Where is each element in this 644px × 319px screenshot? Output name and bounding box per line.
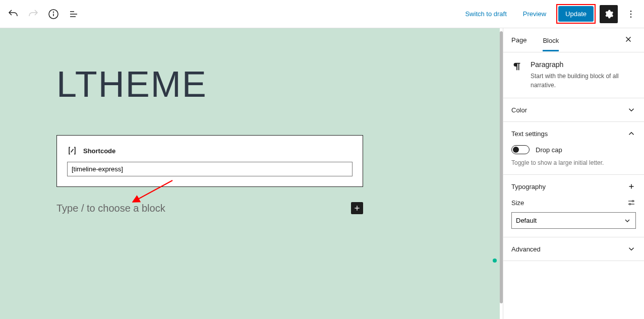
update-button[interactable]: Update (558, 6, 594, 22)
panel-advanced: Advanced (503, 237, 644, 261)
toolbar-left (4, 5, 83, 23)
undo-icon (7, 8, 19, 20)
add-block-button[interactable] (351, 202, 363, 214)
svg-point-6 (630, 10, 632, 12)
gear-icon (604, 9, 614, 19)
redo-button[interactable] (24, 5, 42, 23)
block-info: Paragraph Start with the building block … (503, 52, 644, 98)
plus-icon (353, 204, 361, 212)
outline-button[interactable] (65, 5, 83, 23)
panel-text-label: Text settings (511, 130, 548, 138)
size-select[interactable]: Default (511, 212, 636, 229)
block-placeholder[interactable]: Type / to choose a block (56, 203, 351, 214)
more-options-button[interactable] (622, 5, 640, 23)
panel-typography-header[interactable]: Typography (503, 175, 644, 198)
close-icon (624, 35, 633, 44)
shortcode-label: Shortcode (83, 147, 115, 155)
panel-color-label: Color (511, 106, 527, 114)
tab-page[interactable]: Page (511, 29, 526, 51)
toolbar-right: Switch to draft Preview Update (459, 4, 640, 24)
panel-color-header[interactable]: Color (503, 98, 644, 121)
block-name: Paragraph (531, 60, 636, 69)
tab-block[interactable]: Block (543, 30, 559, 51)
undo-button[interactable] (4, 5, 22, 23)
svg-point-7 (630, 13, 632, 15)
settings-sidebar: Page Block Paragraph Start with the buil… (503, 28, 644, 319)
panel-text-body: Drop cap Toggle to show a large initial … (503, 145, 644, 174)
svg-point-18 (632, 201, 634, 202)
block-info-text: Paragraph Start with the building block … (531, 60, 636, 90)
editor-layout: LTHEME Shortcode Type / to choose a bloc… (0, 28, 644, 319)
preview-button[interactable]: Preview (517, 6, 552, 22)
toggle-knob (513, 147, 519, 153)
paragraph-icon (511, 60, 522, 73)
drop-cap-row: Drop cap (511, 145, 636, 154)
panel-advanced-label: Advanced (511, 245, 541, 253)
info-icon (47, 8, 60, 20)
panel-typography-body: Size Default (503, 198, 644, 237)
svg-point-8 (630, 16, 632, 18)
status-dot (493, 259, 497, 263)
plus-icon (627, 182, 636, 191)
chevron-down-icon (627, 244, 636, 253)
sidebar-tabs: Page Block (503, 28, 644, 52)
panel-advanced-header[interactable]: Advanced (503, 237, 644, 261)
redo-icon (27, 8, 39, 20)
editor-toolbar: Switch to draft Preview Update (0, 0, 644, 28)
shortcode-icon (67, 146, 77, 156)
sliders-icon[interactable] (627, 198, 636, 207)
shortcode-input[interactable] (67, 162, 353, 176)
panel-text-settings: Text settings Drop cap Toggle to show a … (503, 122, 644, 175)
panel-typography: Typography Size Default (503, 175, 644, 237)
page-title[interactable]: LTHEME (56, 63, 420, 105)
info-button[interactable] (44, 5, 63, 23)
panel-text-header[interactable]: Text settings (503, 122, 644, 145)
drop-cap-label: Drop cap (536, 146, 562, 154)
svg-point-20 (629, 204, 631, 205)
panel-color: Color (503, 98, 644, 122)
settings-button[interactable] (600, 5, 618, 23)
chevron-up-icon (627, 129, 636, 138)
outline-icon (68, 8, 80, 20)
chevron-down-icon (627, 105, 636, 114)
more-vertical-icon (626, 9, 636, 19)
svg-point-2 (53, 12, 54, 12)
update-highlight: Update (556, 4, 596, 24)
canvas-content: LTHEME Shortcode Type / to choose a bloc… (56, 63, 420, 214)
size-label: Size (511, 199, 524, 207)
shortcode-block[interactable]: Shortcode (56, 135, 363, 187)
panel-typography-label: Typography (511, 183, 546, 190)
close-sidebar-button[interactable] (621, 32, 636, 48)
block-desc: Start with the building block of all nar… (531, 72, 636, 90)
switch-to-draft-button[interactable]: Switch to draft (459, 6, 512, 22)
editor-canvas: LTHEME Shortcode Type / to choose a bloc… (0, 28, 500, 319)
drop-cap-toggle[interactable] (511, 145, 530, 154)
drop-cap-help: Toggle to show a large initial letter. (511, 159, 636, 166)
shortcode-header: Shortcode (67, 146, 353, 156)
size-row: Size (511, 198, 636, 207)
block-placeholder-row: Type / to choose a block (56, 202, 363, 214)
